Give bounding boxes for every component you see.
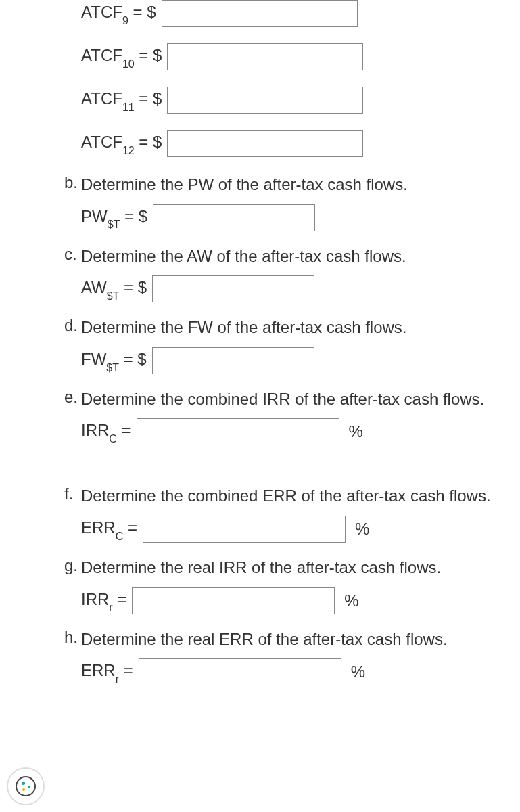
- errc-input[interactable]: [143, 516, 346, 543]
- question-c-text: Determine the AW of the after-tax cash f…: [81, 245, 406, 268]
- question-c-marker: c.: [64, 245, 81, 264]
- atcf11-label: ATCF11 = $: [81, 89, 162, 111]
- irrc-label: IRRC =: [81, 421, 131, 443]
- irrc-unit: %: [349, 422, 363, 441]
- atcf9-input[interactable]: [162, 0, 358, 27]
- aw-input[interactable]: [152, 275, 314, 302]
- atcf11-input[interactable]: [167, 87, 363, 114]
- question-b-marker: b.: [64, 173, 81, 192]
- pw-input[interactable]: [153, 204, 315, 231]
- atcf10-label: ATCF10 = $: [81, 46, 162, 68]
- errr-input[interactable]: [139, 658, 341, 685]
- irrr-label: IRRr =: [81, 590, 126, 612]
- question-e-marker: e.: [64, 388, 81, 407]
- irrr-input[interactable]: [132, 587, 335, 614]
- question-g-marker: g.: [64, 556, 81, 575]
- irrc-input[interactable]: [137, 418, 339, 445]
- fw-label: FW$T = $: [81, 350, 147, 371]
- irrr-unit: %: [344, 591, 358, 610]
- question-e-text: Determine the combined IRR of the after-…: [81, 388, 484, 411]
- atcf9-label: ATCF9 = $: [81, 3, 156, 24]
- aw-label: AW$T = $: [81, 278, 147, 300]
- question-f-text: Determine the combined ERR of the after-…: [81, 484, 491, 508]
- atcf12-label: ATCF12 = $: [81, 133, 162, 154]
- errc-label: ERRC =: [81, 518, 137, 540]
- pw-label: PW$T = $: [81, 207, 147, 229]
- question-d-marker: d.: [64, 316, 81, 335]
- errc-unit: %: [355, 520, 369, 539]
- question-b-text: Determine the PW of the after-tax cash f…: [81, 173, 408, 196]
- atcf10-input[interactable]: [167, 43, 363, 70]
- fw-input[interactable]: [152, 347, 314, 374]
- question-h-marker: h.: [64, 628, 81, 647]
- atcf12-input[interactable]: [167, 130, 363, 157]
- question-f-marker: f.: [64, 484, 81, 503]
- question-d-text: Determine the FW of the after-tax cash f…: [81, 316, 407, 339]
- errr-unit: %: [351, 662, 365, 681]
- question-g-text: Determine the real IRR of the after-tax …: [81, 556, 441, 579]
- question-h-text: Determine the real ERR of the after-tax …: [81, 628, 448, 651]
- errr-label: ERRr =: [81, 661, 133, 683]
